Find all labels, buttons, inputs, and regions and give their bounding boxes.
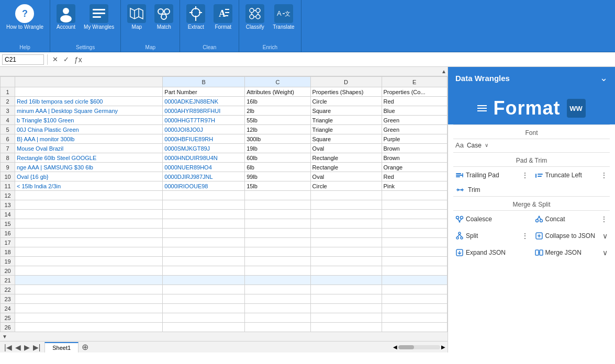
cell-b24[interactable] [163,304,245,313]
cancel-formula-button[interactable]: ✕ [51,55,60,63]
h-scroll-right-button[interactable]: ▶ [441,344,445,350]
cell-c5[interactable]: 12lb [245,125,310,134]
cell-e12[interactable] [382,191,448,200]
function-button[interactable]: ƒx [73,55,84,64]
sheet-tab-1[interactable]: Sheet1 [44,342,79,352]
cell-a26[interactable] [15,323,163,332]
cell-c19[interactable] [245,257,310,266]
cell-a2[interactable]: Red 16lb tempora sed cicrle $600 [15,97,163,106]
classify-button[interactable]: Classify [242,2,267,32]
cell-e13[interactable] [382,200,448,210]
col-header-D[interactable]: D [310,77,382,87]
cell-b2[interactable]: 0000ADKEJN88ENK [163,97,245,106]
how-to-wrangle-button[interactable]: ? How to Wrangle [3,2,47,32]
case-chevron-icon[interactable]: ∨ [485,142,488,148]
cell-c18[interactable] [245,247,310,257]
cell-d1[interactable]: Properties (Shapes) [310,87,382,97]
prev-sheet-button[interactable]: ◀ [14,343,22,351]
cell-c1[interactable]: Attributes (Weight) [245,87,310,97]
cell-e2[interactable]: Red [382,97,448,106]
cell-e9[interactable]: Orange [382,163,448,172]
cell-c23[interactable] [245,294,310,304]
cell-e18[interactable] [382,247,448,257]
scroll-down-button[interactable]: ▼ [0,334,9,339]
cell-e1[interactable]: Properties (Co... [382,87,448,97]
cell-a13[interactable] [15,200,163,210]
format-button[interactable]: A Format [210,2,236,32]
cell-b22[interactable] [163,285,245,294]
cell-a3[interactable]: minum AAA | Desktop Square Germany [15,106,163,116]
trailing-pad-item[interactable]: Trailing Pad ⋮ [452,169,532,181]
cell-e10[interactable]: Red [382,172,448,181]
cell-c20[interactable] [245,266,310,276]
cell-d4[interactable]: Triangle [310,116,382,125]
cell-c14[interactable] [245,210,310,219]
cell-d17[interactable] [310,238,382,247]
col-header-E[interactable]: E [382,77,448,87]
cell-c7[interactable]: 19lb [245,144,310,153]
cell-e3[interactable]: Blue [382,106,448,116]
cell-e19[interactable] [382,257,448,266]
cell-d2[interactable]: Circle [310,97,382,106]
trim-item[interactable]: Trim [448,184,615,196]
trailing-pad-more[interactable]: ⋮ [521,171,529,179]
cell-d6[interactable]: Square [310,134,382,144]
cell-a11[interactable]: < 15lb India 2/3in [15,181,163,191]
h-scroll-left-button[interactable]: ◀ [393,344,397,350]
cell-d20[interactable] [310,266,382,276]
cell-d9[interactable]: Rectangle [310,163,382,172]
cell-d8[interactable]: Rectangle [310,153,382,163]
cell-b16[interactable] [163,229,245,238]
cell-b26[interactable] [163,323,245,332]
cell-e24[interactable] [382,304,448,313]
cell-a23[interactable] [15,294,163,304]
cell-c10[interactable]: 99lb [245,172,310,181]
cell-c11[interactable]: 15lb [245,181,310,191]
cell-e16[interactable] [382,229,448,238]
col-header-C[interactable]: C [245,77,310,87]
cell-e7[interactable]: Brown [382,144,448,153]
cell-a14[interactable] [15,210,163,219]
cell-b18[interactable] [163,247,245,257]
cell-e17[interactable] [382,238,448,247]
panel-collapse-button[interactable]: ⌄ [600,72,608,84]
cell-e21[interactable] [382,276,448,285]
cell-a19[interactable] [15,257,163,266]
cell-b25[interactable] [163,313,245,323]
merge-json-more[interactable]: ∨ [602,248,608,257]
extract-button[interactable]: Extract [183,2,208,32]
cell-d14[interactable] [310,210,382,219]
cell-b21[interactable] [163,276,245,285]
cell-b13[interactable] [163,200,245,210]
cell-d26[interactable] [310,323,382,332]
cell-b4[interactable]: 0000HHGT7TR97H [163,116,245,125]
cell-c21[interactable] [245,276,310,285]
cell-a7[interactable]: Mouse Oval Brazil [15,144,163,153]
truncate-left-item[interactable]: Truncate Left ⋮ [532,169,611,181]
cell-a25[interactable] [15,313,163,323]
cell-a9[interactable]: nge AAA | SAMSUNG $30 6lb [15,163,163,172]
cell-a22[interactable] [15,285,163,294]
cell-d25[interactable] [310,313,382,323]
cell-a15[interactable] [15,219,163,229]
cell-a20[interactable] [15,266,163,276]
last-sheet-button[interactable]: ▶| [32,343,42,351]
cell-b1[interactable]: Part Number [163,87,245,97]
concat-item[interactable]: Concat ⋮ [532,213,611,225]
add-sheet-button[interactable]: ⊕ [79,342,92,352]
cell-d24[interactable] [310,304,382,313]
merge-json-item[interactable]: Merge JSON ∨ [532,246,611,259]
cell-d15[interactable] [310,219,382,229]
h-scroll-track[interactable] [398,345,440,349]
cell-b23[interactable] [163,294,245,304]
cell-a21[interactable] [15,276,163,285]
cell-d18[interactable] [310,247,382,257]
my-wrangles-button[interactable]: My Wrangles [81,2,117,32]
cell-c13[interactable] [245,200,310,210]
cell-b7[interactable]: 0000SMJKGT89J [163,144,245,153]
formula-input[interactable] [86,54,613,65]
map-button[interactable]: Map [124,2,149,32]
cell-d7[interactable]: Oval [310,144,382,153]
cell-b3[interactable]: 0000AHYR898RFHUI [163,106,245,116]
cell-b20[interactable] [163,266,245,276]
